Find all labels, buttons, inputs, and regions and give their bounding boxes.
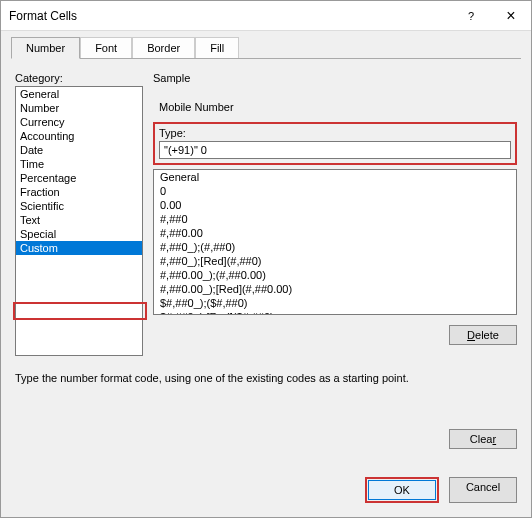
- clear-button[interactable]: Clear: [449, 429, 517, 449]
- format-item[interactable]: #,##0.00_);[Red](#,##0.00): [154, 282, 516, 296]
- cancel-button[interactable]: Cancel: [449, 477, 517, 503]
- annotation-ok-highlight: OK: [365, 477, 439, 503]
- type-highlight: Type:: [153, 122, 517, 165]
- help-button[interactable]: ?: [451, 1, 491, 31]
- tab-fill[interactable]: Fill: [195, 37, 239, 59]
- category-label: Category:: [15, 72, 143, 84]
- format-cells-dialog: Format Cells ? × ➤ Number Font Border Fi…: [0, 0, 532, 518]
- tab-strip: Number Font Border Fill: [1, 31, 531, 59]
- format-item[interactable]: #,##0_);(#,##0): [154, 240, 516, 254]
- category-item-fraction[interactable]: Fraction: [16, 185, 142, 199]
- tab-font[interactable]: Font: [80, 37, 132, 59]
- format-item[interactable]: 0: [154, 184, 516, 198]
- category-item-special[interactable]: Special: [16, 227, 142, 241]
- hint-text: Type the number format code, using one o…: [15, 372, 517, 384]
- tab-content: Category: GeneralNumberCurrencyAccountin…: [1, 60, 531, 419]
- tab-underline: [11, 58, 521, 59]
- category-item-time[interactable]: Time: [16, 157, 142, 171]
- tab-border[interactable]: Border: [132, 37, 195, 59]
- category-item-general[interactable]: General: [16, 87, 142, 101]
- tab-number[interactable]: Number: [11, 37, 80, 59]
- category-item-percentage[interactable]: Percentage: [16, 171, 142, 185]
- delete-button[interactable]: Delete: [449, 325, 517, 345]
- format-item[interactable]: $#,##0_);[Red]($#,##0): [154, 310, 516, 315]
- delete-rest: elete: [475, 329, 499, 341]
- close-icon: ×: [506, 7, 515, 25]
- category-item-custom[interactable]: Custom: [16, 241, 142, 255]
- format-item[interactable]: $#,##0_);($#,##0): [154, 296, 516, 310]
- category-item-accounting[interactable]: Accounting: [16, 129, 142, 143]
- format-item[interactable]: 0.00: [154, 198, 516, 212]
- format-item[interactable]: General: [154, 170, 516, 184]
- category-item-currency[interactable]: Currency: [16, 115, 142, 129]
- ok-button[interactable]: OK: [368, 480, 436, 500]
- sample-label: Sample: [153, 72, 517, 84]
- type-input[interactable]: [159, 141, 511, 159]
- category-item-date[interactable]: Date: [16, 143, 142, 157]
- category-item-scientific[interactable]: Scientific: [16, 199, 142, 213]
- category-item-number[interactable]: Number: [16, 101, 142, 115]
- category-listbox[interactable]: GeneralNumberCurrencyAccountingDateTimeP…: [15, 86, 143, 356]
- dialog-footer: Clear OK Cancel: [1, 419, 531, 517]
- close-button[interactable]: ×: [491, 1, 531, 31]
- help-icon: ?: [468, 10, 474, 22]
- format-item[interactable]: #,##0.00: [154, 226, 516, 240]
- format-item[interactable]: #,##0: [154, 212, 516, 226]
- format-item[interactable]: #,##0_);[Red](#,##0): [154, 254, 516, 268]
- category-item-text[interactable]: Text: [16, 213, 142, 227]
- format-item[interactable]: #,##0.00_);(#,##0.00): [154, 268, 516, 282]
- dialog-title: Format Cells: [9, 9, 451, 23]
- sample-value: Mobile Number: [153, 98, 517, 116]
- format-codes-listbox[interactable]: General00.00#,##0#,##0.00#,##0_);(#,##0)…: [153, 169, 517, 315]
- titlebar: Format Cells ? ×: [1, 1, 531, 31]
- type-label: Type:: [159, 127, 511, 139]
